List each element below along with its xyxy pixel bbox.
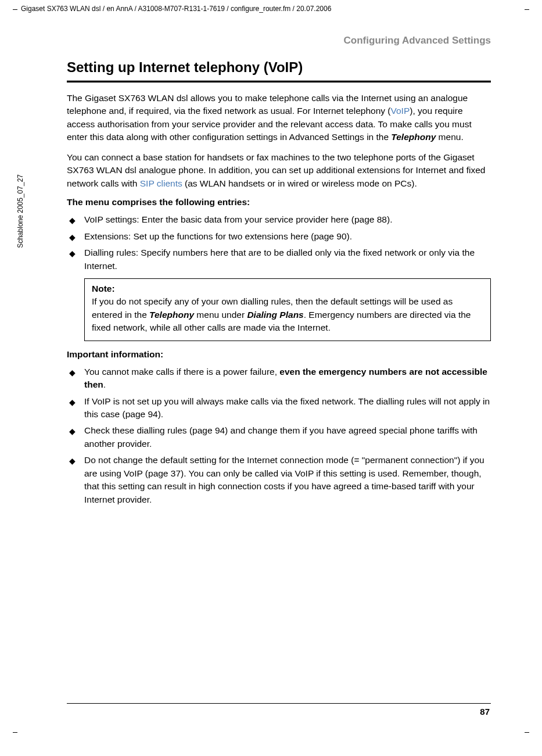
important-info-list: ◆ You cannot make calls if there is a po… <box>67 366 491 507</box>
bullet-text: Dialling rules: Specify numbers here tha… <box>84 246 491 273</box>
intro-paragraph-1: The Gigaset SX763 WLAN dsl allows you to… <box>67 92 491 144</box>
diamond-bullet-icon: ◆ <box>67 213 84 226</box>
diamond-bullet-icon: ◆ <box>67 246 84 259</box>
voip-link[interactable]: VoIP <box>390 106 410 116</box>
dialing-plans-emphasis: Dialing Plans <box>247 310 303 320</box>
intro-paragraph-2: You can connect a base station for hands… <box>67 151 491 190</box>
menu-subheading: The menu comprises the following entries… <box>67 197 491 207</box>
section-header: Configuring Advanced Settings <box>67 35 491 46</box>
note-box: Note: If you do not specify any of your … <box>84 278 491 341</box>
telephony-emphasis: Telephony <box>149 310 194 320</box>
telephony-emphasis: Telephony <box>391 132 436 142</box>
list-item: ◆ Extensions: Set up the functions for t… <box>67 230 491 243</box>
bullet-text: Check these dialling rules (page 94) and… <box>84 424 491 450</box>
page-number: 87 <box>480 707 490 716</box>
important-info-subheading: Important information: <box>67 349 491 360</box>
list-item: ◆ Dialling rules: Specify numbers here t… <box>67 246 491 273</box>
bullet-text: You cannot make calls if there is a powe… <box>84 366 491 392</box>
diamond-bullet-icon: ◆ <box>67 366 84 378</box>
diamond-bullet-icon: ◆ <box>67 424 84 437</box>
bullet-text: VoIP settings: Enter the basic data from… <box>84 213 491 226</box>
text: . <box>103 379 106 389</box>
diamond-bullet-icon: ◆ <box>67 230 84 243</box>
text: menu. <box>436 132 463 142</box>
text: menu under <box>194 310 247 320</box>
sip-clients-link[interactable]: SIP clients <box>140 178 182 188</box>
diamond-bullet-icon: ◆ <box>67 454 84 467</box>
diamond-bullet-icon: ◆ <box>67 395 84 408</box>
list-item: ◆ Do not change the default setting for … <box>67 454 491 506</box>
bullet-text: If VoIP is not set up you will always ma… <box>84 395 491 421</box>
header-path: Gigaset SX763 WLAN dsl / en AnnA / A3100… <box>21 5 331 13</box>
sidebar-template-label: Schablone 2005_07_27 <box>16 174 24 248</box>
menu-entries-list: ◆ VoIP settings: Enter the basic data fr… <box>67 213 491 273</box>
bullet-text: Do not change the default setting for th… <box>84 454 491 506</box>
note-title: Note: <box>92 284 483 294</box>
note-text: If you do not specify any of your own di… <box>92 295 483 334</box>
list-item: ◆ Check these dialling rules (page 94) a… <box>67 424 491 450</box>
footer-rule <box>67 703 491 704</box>
text: (as WLAN handsets or in wired or wireles… <box>182 178 417 188</box>
text: You cannot make calls if there is a powe… <box>84 367 279 377</box>
page-title: Setting up Internet telephony (VoIP) <box>67 59 491 76</box>
list-item: ◆ If VoIP is not set up you will always … <box>67 395 491 421</box>
bullet-text: Extensions: Set up the functions for two… <box>84 230 491 243</box>
title-underline <box>67 80 491 83</box>
list-item: ◆ VoIP settings: Enter the basic data fr… <box>67 213 491 226</box>
list-item: ◆ You cannot make calls if there is a po… <box>67 366 491 392</box>
